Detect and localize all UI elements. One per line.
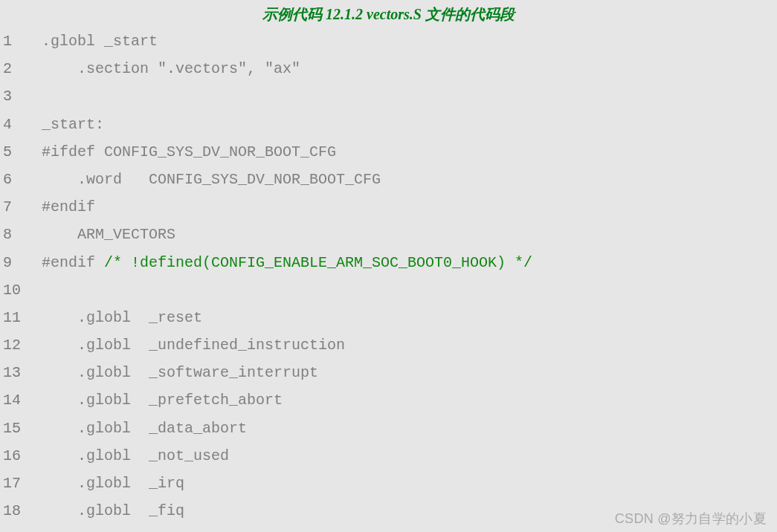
line-number: 10 bbox=[0, 276, 28, 304]
code-content: _start: bbox=[28, 111, 104, 138]
code-line: 11 .globl _reset bbox=[0, 304, 777, 331]
code-content: #endif /* !defined(CONFIG_ENABLE_ARM_SOC… bbox=[28, 249, 532, 276]
line-number: 1 bbox=[0, 27, 28, 55]
line-number: 12 bbox=[0, 331, 28, 359]
code-content: #endif bbox=[28, 193, 95, 221]
code-content: .section ".vectors", "ax" bbox=[28, 55, 300, 82]
code-content: .globl _undefined_instruction bbox=[28, 331, 345, 359]
code-line: 10 bbox=[0, 276, 777, 304]
line-number: 11 bbox=[0, 304, 28, 331]
code-line: 2 .section ".vectors", "ax" bbox=[0, 55, 777, 82]
code-line: 7#endif bbox=[0, 193, 777, 221]
line-number: 14 bbox=[0, 386, 28, 414]
line-number: 13 bbox=[0, 359, 28, 386]
line-number: 17 bbox=[0, 470, 28, 497]
line-number: 15 bbox=[0, 415, 28, 442]
code-content: #ifdef CONFIG_SYS_DV_NOR_BOOT_CFG bbox=[28, 138, 336, 166]
code-line: 12 .globl _undefined_instruction bbox=[0, 331, 777, 359]
code-line: 4_start: bbox=[0, 111, 777, 138]
line-number: 16 bbox=[0, 442, 28, 470]
code-line: 18 .globl _fiq bbox=[0, 497, 777, 525]
code-content: .globl _data_abort bbox=[28, 415, 247, 442]
code-content: .globl _reset bbox=[28, 304, 202, 331]
line-number: 6 bbox=[0, 166, 28, 193]
code-line: 8 ARM_VECTORS bbox=[0, 221, 777, 248]
code-line: 1.globl _start bbox=[0, 27, 777, 55]
code-content: .globl _fiq bbox=[28, 497, 184, 525]
line-number: 4 bbox=[0, 111, 28, 138]
code-content: .word CONFIG_SYS_DV_NOR_BOOT_CFG bbox=[28, 166, 381, 193]
code-line: 14 .globl _prefetch_abort bbox=[0, 386, 777, 414]
code-content: .globl _not_used bbox=[28, 442, 229, 470]
line-number: 7 bbox=[0, 193, 28, 221]
line-number: 18 bbox=[0, 497, 28, 525]
code-line: 3 bbox=[0, 82, 777, 110]
code-content: .globl _software_interrupt bbox=[28, 359, 318, 386]
code-area: 1.globl _start2 .section ".vectors", "ax… bbox=[0, 27, 777, 525]
code-content: .globl _start bbox=[28, 27, 158, 55]
line-number: 9 bbox=[0, 249, 28, 276]
line-number: 5 bbox=[0, 138, 28, 166]
code-listing-container: 示例代码 12.1.2 vectors.S 文件的代码段 1.globl _st… bbox=[0, 0, 777, 532]
code-content: .globl _irq bbox=[28, 470, 184, 497]
code-content: ARM_VECTORS bbox=[28, 221, 175, 248]
listing-title: 示例代码 12.1.2 vectors.S 文件的代码段 bbox=[0, 0, 777, 27]
code-line: 6 .word CONFIG_SYS_DV_NOR_BOOT_CFG bbox=[0, 166, 777, 193]
code-line: 5#ifdef CONFIG_SYS_DV_NOR_BOOT_CFG bbox=[0, 138, 777, 166]
code-line: 16 .globl _not_used bbox=[0, 442, 777, 470]
code-line: 15 .globl _data_abort bbox=[0, 415, 777, 442]
line-number: 8 bbox=[0, 221, 28, 248]
line-number: 2 bbox=[0, 55, 28, 82]
code-line: 13 .globl _software_interrupt bbox=[0, 359, 777, 386]
code-content: .globl _prefetch_abort bbox=[28, 386, 283, 414]
line-number: 3 bbox=[0, 82, 28, 110]
code-line: 17 .globl _irq bbox=[0, 470, 777, 497]
code-line: 9#endif /* !defined(CONFIG_ENABLE_ARM_SO… bbox=[0, 249, 777, 276]
